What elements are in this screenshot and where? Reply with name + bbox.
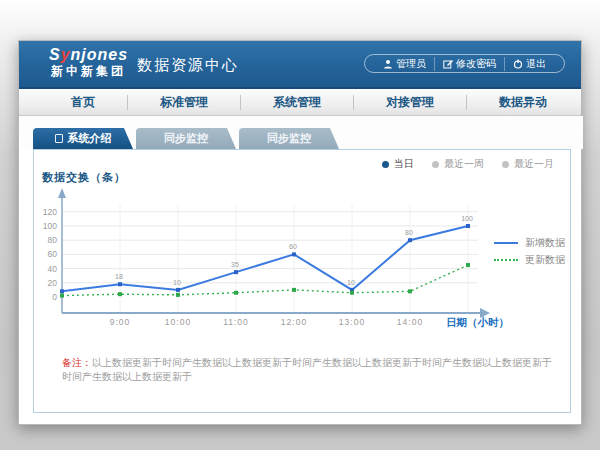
admin-user-label: 管理员 bbox=[396, 57, 426, 71]
main-nav: 首页 标准管理 系统管理 对接管理 数据异动 bbox=[19, 89, 581, 116]
company-logo: Synjones 新中新集团 bbox=[49, 46, 128, 78]
user-toolbar: 管理员 修改密码 退出 bbox=[364, 54, 565, 73]
legend-label-update-data: 更新数据 bbox=[525, 253, 565, 267]
svg-text:40: 40 bbox=[48, 264, 58, 274]
filter-last-week[interactable]: 最近一周 bbox=[432, 157, 484, 171]
document-icon bbox=[55, 134, 63, 143]
tab-system-intro-label: 系统介绍 bbox=[68, 131, 112, 146]
chart-canvas: 0204060801001209:0010:0011:0012:0013:001… bbox=[34, 186, 572, 336]
filter-today-label: 当日 bbox=[394, 157, 414, 171]
logo-suffix: njones bbox=[71, 46, 129, 63]
radio-dot-icon bbox=[432, 161, 439, 168]
svg-text:11:00: 11:00 bbox=[223, 317, 249, 327]
logo-accent: y bbox=[61, 46, 71, 63]
svg-text:13:00: 13:00 bbox=[339, 317, 365, 327]
svg-text:12:00: 12:00 bbox=[281, 317, 307, 327]
logo-cn-text: 新中新集团 bbox=[49, 64, 128, 78]
app-window: Synjones 新中新集团 数据资源中心 管理员 修改密码 退出 首页 标准管… bbox=[18, 40, 582, 425]
logout-button[interactable]: 退出 bbox=[504, 57, 554, 71]
svg-text:日期（小时）: 日期（小时） bbox=[446, 316, 509, 329]
svg-text:80: 80 bbox=[405, 229, 413, 236]
admin-user-button[interactable]: 管理员 bbox=[375, 57, 434, 71]
radio-dot-icon bbox=[502, 161, 509, 168]
time-range-filters: 当日 最近一周 最近一月 bbox=[382, 157, 554, 171]
line-chart: 0204060801001209:0010:0011:0012:0013:001… bbox=[34, 186, 572, 336]
nav-item-home[interactable]: 首页 bbox=[39, 95, 128, 110]
svg-text:80: 80 bbox=[48, 235, 58, 245]
logo-prefix: S bbox=[49, 46, 61, 63]
tab-sync-monitor-2-label: 同步监控 bbox=[267, 131, 311, 146]
svg-text:18: 18 bbox=[115, 273, 123, 280]
power-icon bbox=[513, 59, 523, 69]
chart-legend: 新增数据 更新数据 bbox=[494, 234, 565, 268]
svg-text:14:00: 14:00 bbox=[397, 317, 423, 327]
content-panel: 当日 最近一周 最近一月 数据交换（条） 0204060801001209:00… bbox=[33, 149, 571, 413]
legend-row-new-data: 新增数据 bbox=[494, 234, 565, 251]
change-password-button[interactable]: 修改密码 bbox=[434, 57, 504, 71]
tab-sync-monitor-2[interactable]: 同步监控 bbox=[239, 128, 339, 149]
svg-text:0: 0 bbox=[52, 292, 57, 302]
radio-dot-icon bbox=[382, 161, 389, 168]
nav-item-interface-mgmt[interactable]: 对接管理 bbox=[354, 95, 467, 110]
legend-row-update-data: 更新数据 bbox=[494, 251, 565, 268]
svg-text:20: 20 bbox=[48, 278, 58, 288]
svg-text:9:00: 9:00 bbox=[110, 317, 131, 327]
tab-system-intro[interactable]: 系统介绍 bbox=[33, 128, 133, 149]
nav-item-data-change[interactable]: 数据异动 bbox=[467, 95, 579, 110]
logo-text: Synjones bbox=[49, 46, 128, 64]
logout-label: 退出 bbox=[526, 57, 546, 71]
legend-line-dotted-icon bbox=[494, 259, 518, 261]
svg-text:100: 100 bbox=[43, 221, 57, 231]
footnote-text: 以上数据更新于时间产生数据以上数据更新于时间产生数据以上数据更新于时间产生数据以… bbox=[62, 357, 552, 382]
tab-bar: 系统介绍 同步监控 同步监控 bbox=[19, 116, 583, 149]
footnote: 备注：以上数据更新于时间产生数据以上数据更新于时间产生数据以上数据更新于时间产生… bbox=[62, 356, 552, 384]
svg-text:35: 35 bbox=[231, 261, 239, 268]
filter-last-week-label: 最近一周 bbox=[444, 157, 484, 171]
edit-icon bbox=[443, 59, 453, 69]
y-axis-title: 数据交换（条） bbox=[42, 170, 126, 185]
user-icon bbox=[383, 59, 393, 69]
tab-sync-monitor-1-label: 同步监控 bbox=[164, 131, 208, 146]
filter-last-month-label: 最近一月 bbox=[514, 157, 554, 171]
footnote-prefix: 备注： bbox=[62, 357, 92, 368]
svg-text:100: 100 bbox=[461, 215, 473, 222]
change-password-label: 修改密码 bbox=[456, 57, 496, 71]
nav-item-system-mgmt[interactable]: 系统管理 bbox=[241, 95, 354, 110]
svg-text:120: 120 bbox=[43, 207, 57, 217]
app-header: Synjones 新中新集团 数据资源中心 管理员 修改密码 退出 bbox=[19, 41, 581, 89]
page-title: 数据资源中心 bbox=[137, 56, 239, 75]
legend-label-new-data: 新增数据 bbox=[525, 236, 565, 250]
filter-last-month[interactable]: 最近一月 bbox=[502, 157, 554, 171]
svg-text:60: 60 bbox=[48, 249, 58, 259]
svg-text:60: 60 bbox=[289, 243, 297, 250]
filter-today[interactable]: 当日 bbox=[382, 157, 414, 171]
svg-text:10: 10 bbox=[173, 279, 181, 286]
legend-line-solid-icon bbox=[494, 242, 518, 244]
svg-text:10: 10 bbox=[347, 279, 355, 286]
tab-sync-monitor-1[interactable]: 同步监控 bbox=[136, 128, 236, 149]
svg-text:10:00: 10:00 bbox=[165, 317, 191, 327]
nav-item-standard-mgmt[interactable]: 标准管理 bbox=[128, 95, 241, 110]
